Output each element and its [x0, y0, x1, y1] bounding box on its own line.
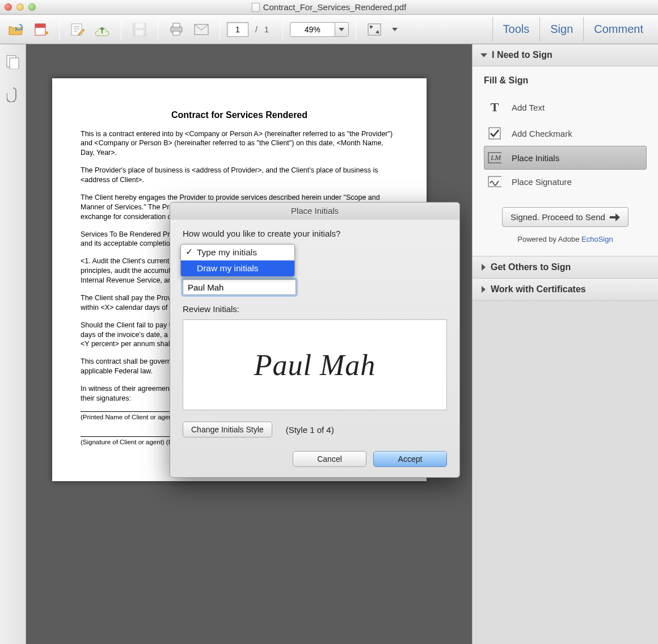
main-toolbar: / 1 Tools Sign Comment	[0, 15, 658, 44]
initials-icon: LM	[488, 152, 501, 163]
page-number-input[interactable]	[227, 22, 248, 37]
svg-rect-8	[173, 31, 180, 35]
place-initials-tool[interactable]: LM Place Initials	[484, 146, 647, 170]
accordion-label: Get Others to Sign	[491, 262, 571, 272]
accordion-i-need-to-sign[interactable]: I Need to Sign	[473, 44, 658, 66]
tool-label: Add Text	[512, 103, 545, 112]
powered-by-label: Powered by Adobe EchoSign	[484, 235, 647, 243]
svg-rect-12	[10, 58, 19, 69]
dropdown-option-type[interactable]: Type my initials	[181, 245, 294, 260]
dropdown-option-draw[interactable]: Draw my initials	[181, 260, 294, 276]
arrow-right-icon	[610, 213, 620, 221]
upload-button[interactable]	[91, 19, 114, 40]
sign-panel: I Need to Sign Fill & Sign T Add Text Ad…	[472, 44, 658, 644]
maximize-window-button[interactable]	[28, 3, 36, 11]
fullscreen-button[interactable]	[363, 19, 386, 40]
change-initials-style-button[interactable]: Change Initials Style	[183, 422, 272, 437]
tool-label: Place Signature	[512, 177, 572, 187]
email-button[interactable]	[190, 19, 213, 40]
tab-tools[interactable]: Tools	[492, 17, 540, 41]
cancel-button[interactable]: Cancel	[293, 451, 366, 467]
initials-method-dropdown[interactable]: Type my initials Draw my initials	[180, 244, 295, 277]
fill-sign-section: Fill & Sign T Add Text Add Checkmark LM …	[473, 66, 658, 256]
place-initials-dialog: Place Initials How would you like to cre…	[170, 202, 460, 478]
svg-rect-1	[35, 24, 45, 28]
send-button-label: Signed. Proceed to Send	[511, 212, 605, 222]
pdf-file-icon	[252, 3, 260, 12]
text-icon: T	[488, 100, 501, 115]
chevron-right-icon	[480, 286, 486, 293]
panel-filler	[473, 301, 658, 644]
doc-paragraph: The Provider's place of business is <add…	[81, 166, 398, 185]
chevron-right-icon	[480, 264, 486, 271]
minimize-window-button[interactable]	[16, 3, 24, 11]
tool-label: Add Checkmark	[512, 129, 572, 138]
page-separator: /	[255, 25, 258, 34]
navigation-rail	[0, 44, 26, 644]
review-initials-label: Review Initials:	[183, 304, 447, 314]
accordion-label: Work with Certificates	[491, 284, 586, 294]
right-pane-tabs: Tools Sign Comment	[492, 17, 653, 41]
tool-label: Place Initials	[512, 153, 559, 163]
document-heading: Contract for Services Rendered	[81, 109, 398, 121]
zoom-control	[290, 22, 349, 37]
save-button[interactable]	[128, 19, 151, 40]
dialog-prompt: How would you like to create your initia…	[183, 229, 447, 238]
checkmark-icon	[488, 127, 501, 140]
add-text-tool[interactable]: T Add Text	[484, 94, 647, 121]
accept-button[interactable]: Accept	[373, 451, 447, 467]
window-title: Contract_For_Services_Rendered.pdf	[252, 2, 407, 12]
create-pdf-button[interactable]	[29, 19, 52, 40]
signature-icon	[488, 176, 501, 187]
tab-comment[interactable]: Comment	[583, 17, 653, 41]
proceed-to-send-button[interactable]: Signed. Proceed to Send	[502, 207, 629, 227]
accordion-work-with-certificates[interactable]: Work with Certificates	[473, 279, 658, 301]
window-title-text: Contract_For_Services_Rendered.pdf	[263, 2, 407, 12]
doc-paragraph: This is a contract entered into by <Comp…	[81, 129, 398, 158]
add-checkmark-tool[interactable]: Add Checkmark	[484, 121, 647, 146]
zoom-dropdown-button[interactable]	[335, 23, 348, 36]
svg-rect-7	[173, 23, 180, 27]
initials-name-input[interactable]	[183, 279, 296, 295]
view-dropdown-button[interactable]	[388, 19, 402, 40]
open-button[interactable]	[5, 19, 27, 40]
zoom-input[interactable]	[290, 24, 335, 35]
svg-rect-4	[136, 23, 144, 28]
svg-rect-5	[136, 30, 144, 36]
echosign-link[interactable]: EchoSign	[581, 235, 613, 243]
initials-preview: Paul Mah	[183, 319, 447, 410]
page-total: 1	[264, 25, 269, 34]
tab-sign[interactable]: Sign	[539, 17, 583, 41]
accordion-label: I Need to Sign	[492, 50, 552, 60]
print-button[interactable]	[165, 19, 188, 40]
place-signature-tool[interactable]: Place Signature	[484, 170, 647, 193]
accordion-get-others-to-sign[interactable]: Get Others to Sign	[473, 256, 658, 279]
svg-text:LM: LM	[490, 153, 501, 162]
document-viewport[interactable]: Contract for Services Rendered This is a…	[26, 44, 472, 644]
window-titlebar: Contract_For_Services_Rendered.pdf	[0, 0, 658, 15]
close-window-button[interactable]	[5, 3, 12, 11]
fill-sign-title: Fill & Sign	[484, 75, 647, 86]
chevron-down-icon	[480, 52, 487, 58]
window-controls	[5, 3, 36, 11]
style-counter: (Style 1 of 4)	[286, 425, 334, 435]
dialog-title: Place Initials	[170, 203, 459, 220]
initials-preview-text: Paul Mah	[254, 348, 376, 382]
edit-button[interactable]	[66, 19, 89, 40]
thumbnails-icon[interactable]	[6, 54, 20, 69]
attachments-icon[interactable]	[7, 86, 19, 102]
